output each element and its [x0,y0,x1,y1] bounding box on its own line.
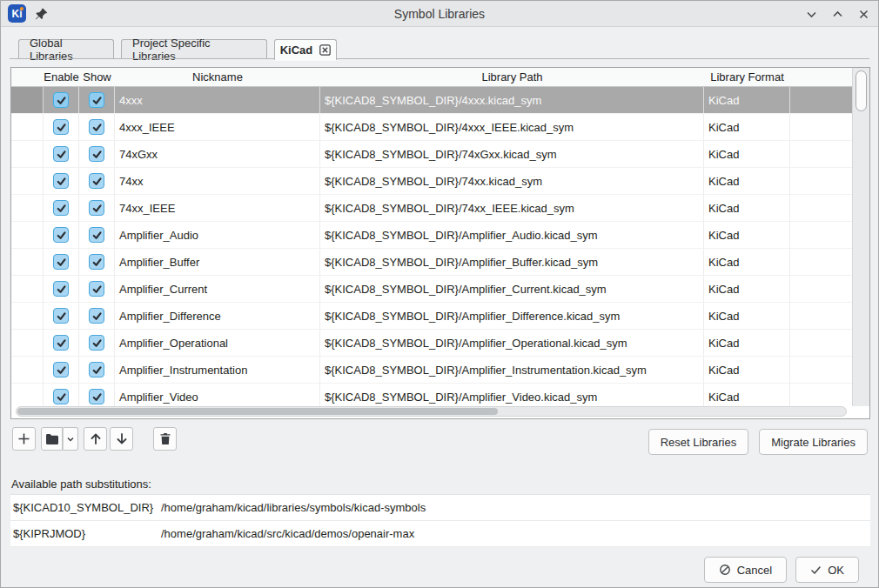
delete-library-button[interactable] [153,427,177,451]
row-header-cell[interactable] [11,384,44,407]
library-actions: Reset Libraries Migrate Libraries [648,429,868,455]
enable-checkbox[interactable] [53,281,69,297]
table-body: 4xxx${KICAD8_SYMBOL_DIR}/4xxx.kicad_symK… [11,87,852,407]
row-header-cell[interactable] [11,249,44,275]
migrate-libraries-label: Migrate Libraries [771,436,856,449]
tab-global-libraries[interactable]: Global Libraries [18,39,114,59]
library-path-cell: ${KICAD8_SYMBOL_DIR}/Amplifier_Instrumen… [320,357,704,383]
show-checkbox[interactable] [89,389,104,404]
enable-checkbox[interactable] [53,200,69,216]
row-header-cell[interactable] [11,357,44,383]
tab-project-specific-libraries[interactable]: Project Specific Libraries [121,39,267,59]
table-row[interactable]: 74xGxx${KICAD8_SYMBOL_DIR}/74xGxx.kicad_… [11,141,852,168]
horizontal-scrollbar-thumb[interactable] [17,408,498,415]
library-path-cell: ${KICAD8_SYMBOL_DIR}/Amplifier_Differenc… [320,303,704,329]
table-row[interactable]: Amplifier_Instrumentation${KICAD8_SYMBOL… [11,357,852,384]
show-checkbox[interactable] [89,362,104,378]
move-up-button[interactable] [84,427,107,451]
row-header-cell[interactable] [11,303,44,329]
row-header-cell[interactable] [11,195,44,221]
table-row[interactable]: Amplifier_Buffer${KICAD8_SYMBOL_DIR}/Amp… [11,249,852,276]
tab-kicad[interactable]: KiCad [274,39,337,60]
row-filler-cell [790,168,852,194]
row-header-cell[interactable] [11,114,44,140]
row-header-cell[interactable] [11,87,44,113]
vertical-scrollbar-thumb[interactable] [856,70,867,111]
row-header-cell[interactable] [11,141,44,167]
horizontal-scrollbar[interactable] [16,406,847,417]
cancel-button[interactable]: Cancel [704,557,787,583]
row-header-cell[interactable] [11,276,44,302]
window-title: Symbol Libraries [1,1,878,27]
column-header-library-format[interactable]: Library Format [704,68,790,86]
table-row[interactable]: Amplifier_Video${KICAD8_SYMBOL_DIR}/Ampl… [11,384,852,407]
enable-checkbox[interactable] [53,308,69,324]
library-format-cell: KiCad [704,168,790,194]
column-header-show[interactable]: Show [79,68,115,86]
enable-checkbox[interactable] [53,254,69,270]
ok-button[interactable]: OK [795,557,859,583]
enable-checkbox[interactable] [53,146,69,162]
show-checkbox[interactable] [89,92,104,108]
library-format-cell: KiCad [704,276,790,302]
show-checkbox[interactable] [89,227,104,243]
column-header-nickname[interactable]: Nickname [115,68,320,86]
browse-library-button[interactable] [41,427,63,451]
move-down-button[interactable] [110,427,133,451]
row-filler-cell [790,303,852,329]
enable-cell [44,141,79,167]
show-checkbox[interactable] [89,200,104,216]
table-row[interactable]: Amplifier_Difference${KICAD8_SYMBOL_DIR}… [11,303,852,330]
show-cell [79,330,115,356]
table-row[interactable]: 74xx${KICAD8_SYMBOL_DIR}/74xx.kicad_symK… [11,168,852,195]
enable-checkbox[interactable] [53,335,69,351]
row-filler-cell [790,357,852,383]
substitution-value: /home/graham/kicad/libraries/symbols/kic… [161,501,870,514]
table-row[interactable]: Amplifier_Current${KICAD8_SYMBOL_DIR}/Am… [11,276,852,303]
show-checkbox[interactable] [89,308,104,324]
library-format-cell: KiCad [704,87,790,113]
row-header-cell[interactable] [11,168,44,194]
substitution-name: ${KIPRJMOD} [10,527,161,540]
row-header-cell[interactable] [11,330,44,356]
column-header-library-path[interactable]: Library Path [320,68,704,86]
migrate-libraries-button[interactable]: Migrate Libraries [759,429,868,455]
enable-checkbox[interactable] [53,92,69,108]
enable-cell [44,195,79,221]
show-checkbox[interactable] [89,335,104,351]
enable-checkbox[interactable] [53,119,69,135]
table-row[interactable]: 4xxx${KICAD8_SYMBOL_DIR}/4xxx.kicad_symK… [11,87,852,114]
show-checkbox[interactable] [89,254,104,270]
tab-close-icon[interactable] [319,44,331,56]
table-row[interactable]: 4xxx_IEEE${KICAD8_SYMBOL_DIR}/4xxx_IEEE.… [11,114,852,141]
minimize-icon[interactable] [802,4,821,23]
vertical-scrollbar[interactable] [852,68,869,406]
table-row[interactable]: Amplifier_Audio${KICAD8_SYMBOL_DIR}/Ampl… [11,222,852,249]
nickname-cell: 4xxx_IEEE [115,114,320,140]
browse-library-dropdown[interactable] [63,427,78,451]
enable-checkbox[interactable] [53,362,69,378]
library-path-cell: ${KICAD8_SYMBOL_DIR}/Amplifier_Audio.kic… [320,222,704,248]
show-cell [79,357,115,383]
show-checkbox[interactable] [89,173,104,189]
maximize-icon[interactable] [828,4,847,23]
show-cell [79,249,115,275]
table-row[interactable]: Amplifier_Operational${KICAD8_SYMBOL_DIR… [11,330,852,357]
table-row[interactable]: 74xx_IEEE${KICAD8_SYMBOL_DIR}/74xx_IEEE.… [11,195,852,222]
enable-cell [44,303,79,329]
add-library-button[interactable] [12,427,36,451]
show-cell [79,114,115,140]
enable-checkbox[interactable] [53,173,69,189]
enable-checkbox[interactable] [53,389,69,404]
show-cell [79,87,115,113]
close-icon[interactable] [854,4,873,23]
row-filler-cell [790,222,852,248]
show-checkbox[interactable] [89,281,104,297]
show-checkbox[interactable] [89,146,104,162]
column-header-enable[interactable]: Enable [44,68,79,86]
show-cell [79,276,115,302]
reset-libraries-button[interactable]: Reset Libraries [648,429,748,455]
show-checkbox[interactable] [89,119,104,135]
enable-checkbox[interactable] [53,227,69,243]
row-header-cell[interactable] [11,222,44,248]
